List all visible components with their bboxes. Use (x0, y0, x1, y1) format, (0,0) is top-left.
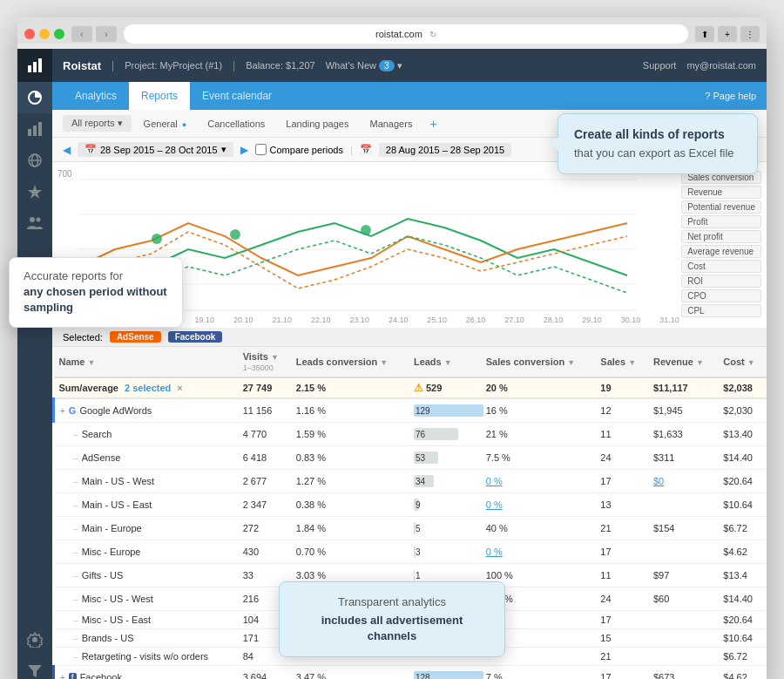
col-leads-conv[interactable]: Leads conversion ▼ (291, 347, 409, 377)
compare-periods-checkbox[interactable]: Compare periods (255, 144, 343, 155)
project-label: Project: MyProject (#1) (125, 60, 222, 71)
url-text: roistat.com (375, 29, 422, 39)
tab-reports[interactable]: Reports (129, 82, 190, 110)
callout-arrow (550, 137, 558, 151)
report-tab-all-reports[interactable]: All reports ▾ (63, 115, 132, 132)
row-cost: $6.72 (718, 517, 767, 540)
bookmark-button[interactable]: + (718, 26, 737, 42)
globe-icon (27, 153, 43, 168)
callout-right-highlight: Create all kinds of reports (574, 126, 741, 142)
row-visits: 430 (238, 540, 291, 564)
people-icon (27, 215, 43, 231)
deselect-button[interactable]: × (177, 383, 182, 393)
date-next-button[interactable]: ▶ (240, 144, 248, 156)
support-button[interactable]: Support (643, 60, 677, 71)
badge-facebook[interactable]: Facebook (168, 331, 223, 343)
date-range-selector-1[interactable]: 📅 28 Sep 2015 – 28 Oct 2015 ▾ (78, 142, 233, 157)
row-sales-conv: 0 % (481, 470, 596, 493)
row-leads: 5 (409, 517, 481, 540)
expand-icon[interactable]: + (60, 406, 65, 416)
extensions-button[interactable]: ⋮ (740, 26, 760, 42)
row-sales: 15 (595, 629, 648, 648)
report-tab-cancellations[interactable]: Cancellations (199, 116, 274, 132)
callout-bottom-highlight: includes all advertisement channels (295, 613, 489, 644)
badge-adsense[interactable]: AdSense (110, 331, 161, 343)
tab-event-calendar[interactable]: Event calendar (190, 82, 284, 110)
share-button[interactable]: ⬆ (695, 26, 714, 42)
col-revenue[interactable]: Revenue ▼ (648, 347, 718, 377)
col-sales-conv[interactable]: Sales conversion ▼ (481, 347, 596, 377)
row-revenue: $1,945 (648, 398, 718, 423)
sum-visits: 27 749 (238, 377, 291, 398)
row-leads-conv: 0.83 % (291, 446, 409, 470)
row-sales-conv: 40 % (481, 517, 596, 540)
row-name: –Search (54, 423, 238, 446)
svg-marker-10 (28, 185, 42, 199)
row-revenue (648, 611, 718, 629)
expand-icon[interactable]: + (60, 673, 65, 679)
balance-label: Balance: $1,207 (246, 60, 315, 71)
row-sales: 17 (595, 611, 648, 629)
sidebar-item-chart[interactable] (17, 113, 52, 145)
row-leads-conv: 1.27 % (291, 470, 409, 493)
col-cost[interactable]: Cost ▼ (718, 347, 767, 377)
sidebar-item-globe[interactable] (17, 145, 52, 176)
browser-chrome: ‹ › roistat.com ↻ ⬆ + ⋮ (17, 17, 767, 44)
date-prev-button[interactable]: ◀ (63, 144, 71, 156)
close-button[interactable] (24, 29, 35, 39)
tab-analytics[interactable]: Analytics (63, 82, 129, 110)
back-button[interactable]: ‹ (71, 26, 92, 42)
row-sales-conv: 0 % (481, 540, 596, 564)
row-sales: 17 (595, 470, 648, 493)
report-tab-managers[interactable]: Managers (361, 116, 421, 132)
minimize-button[interactable] (39, 29, 50, 39)
icon-sidebar (17, 49, 52, 679)
col-visits[interactable]: Visits ▼1–35000 (238, 347, 291, 377)
maximize-button[interactable] (54, 29, 64, 39)
legend-profit: Profit (681, 215, 761, 228)
sum-sales: 19 (595, 377, 648, 398)
sidebar-item-people[interactable] (17, 207, 52, 239)
logo-icon (26, 57, 44, 74)
report-tab-general[interactable]: General ● (135, 116, 196, 132)
row-leads: 128 (409, 666, 481, 680)
row-revenue: $311 (648, 446, 718, 470)
row-leads: 53 (409, 446, 481, 470)
table-row: –Misc - Europe4300.70 % 3 0 %17$4.62 (54, 540, 767, 564)
col-leads[interactable]: Leads ▼ (409, 347, 481, 377)
table-row: –AdSense6 4180.83 % 53 7.5 %24$311$14.40 (54, 446, 767, 470)
chart-legend: Sales conversion Revenue Potential reven… (681, 171, 761, 317)
user-menu[interactable]: my@roistat.com (686, 60, 756, 71)
row-sales: 12 (595, 398, 648, 423)
row-sales: 17 (595, 540, 648, 564)
sidebar-item-analytics[interactable] (17, 82, 52, 113)
selected-row: Selected: AdSense Facebook (52, 328, 767, 347)
svg-rect-2 (38, 58, 42, 72)
page-help[interactable]: ? Page help (705, 91, 756, 101)
svg-rect-6 (38, 122, 42, 136)
legend-net-profit: Net profit (681, 230, 761, 243)
sidebar-item-settings[interactable] (17, 624, 52, 655)
svg-point-12 (37, 218, 41, 222)
sidebar-item-filter[interactable] (17, 655, 52, 679)
add-tab-button[interactable]: + (424, 117, 442, 131)
address-bar[interactable]: roistat.com ↻ (124, 24, 688, 44)
row-leads: 129 (409, 398, 481, 423)
sidebar-item-star[interactable] (17, 176, 52, 207)
row-sales-conv: 16 % (481, 398, 596, 423)
row-visits: 272 (238, 517, 291, 540)
col-sales[interactable]: Sales ▼ (595, 347, 648, 377)
date-range-selector-2[interactable]: 28 Aug 2015 – 28 Sep 2015 (379, 143, 511, 157)
row-sales: 24 (595, 587, 648, 611)
row-leads: 3 (409, 540, 481, 564)
row-name: –Misc - US - West (54, 587, 238, 611)
row-name: –Main - US - West (54, 470, 238, 493)
report-tab-landing-pages[interactable]: Landing pages (277, 116, 357, 132)
table-row: –Main - Europe2721.84 % 5 40 %21$154$6.7… (54, 517, 767, 540)
row-name: –Gifts - US (54, 564, 238, 587)
row-visits: 2 677 (238, 470, 291, 493)
whats-new-button[interactable]: What's New 3 ▾ (326, 60, 402, 71)
forward-button[interactable]: › (96, 26, 117, 42)
legend-roi: ROI (681, 275, 761, 288)
row-cost: $10.64 (718, 629, 767, 648)
